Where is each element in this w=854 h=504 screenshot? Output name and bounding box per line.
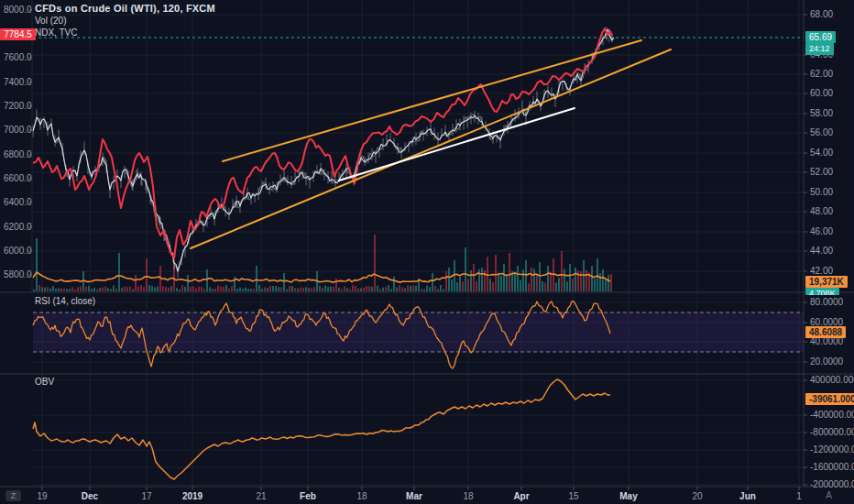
time-axis-label: Mar <box>403 491 425 501</box>
ndx-series <box>33 28 612 258</box>
rsi-axis-tick: 80.0000 <box>810 297 843 307</box>
left-axis-tick: 7000.0 <box>4 125 32 135</box>
obv-axis-tick: -1200000.0000 <box>810 444 854 455</box>
volume-ma-badge: 19,371K <box>805 276 848 288</box>
left-axis-tick: 6800.0 <box>4 149 32 159</box>
rsi-axis-tick: 20.0000 <box>810 356 843 367</box>
right-axis-tick: 44.00 <box>810 246 833 256</box>
time-axis-label: 15 <box>563 491 585 501</box>
right-axis-tick: 54.00 <box>810 148 833 158</box>
left-axis-tick: 6600.0 <box>4 173 32 183</box>
obv-axis-tick: -1600000.0000 <box>810 462 854 472</box>
volume-current-badge: 4.708K <box>805 288 839 295</box>
right-axis-tick: 56.00 <box>810 127 833 137</box>
time-axis-label: 19 <box>31 491 53 501</box>
time-axis-label: 17 <box>136 491 158 501</box>
left-axis-tick: 7400.0 <box>4 77 32 87</box>
left-axis-tick: 6200.0 <box>4 222 32 232</box>
right-axis-tick: 68.00 <box>810 9 833 19</box>
legend-volume[interactable]: Vol (20) <box>35 16 215 26</box>
symbol-title[interactable]: CFDs on Crude Oil (WTI), 120, FXCM <box>35 3 215 14</box>
obv-axis-tick: 400000.0000 <box>810 375 854 385</box>
time-axis-label: 18 <box>457 491 479 501</box>
left-axis-tick: 8000.0 <box>4 5 32 15</box>
time-axis-label: 2019 <box>181 491 203 501</box>
trendline-minor-support[interactable] <box>339 108 575 181</box>
right-axis-tick: 42.00 <box>810 266 833 276</box>
right-axis-tick: 58.00 <box>810 108 833 118</box>
trading-chart-window: CFDs on Crude Oil (WTI), 120, FXCM Vol (… <box>0 0 854 504</box>
right-axis-tick: 62.00 <box>810 69 833 79</box>
right-axis-tick: 46.00 <box>810 226 833 236</box>
rsi-pane-label[interactable]: RSI (14, close) <box>35 296 95 306</box>
left-axis-tick: 6400.0 <box>4 197 32 207</box>
time-axis-label: 18 <box>351 491 373 501</box>
time-axis-label: May <box>618 491 640 501</box>
rsi-band <box>33 312 804 352</box>
timezone-button[interactable]: Z <box>5 490 21 501</box>
right-axis-tick: 48.00 <box>810 206 833 216</box>
left-axis-tick: 6000.0 <box>4 246 32 256</box>
left-axis-tick: 7600.0 <box>4 52 32 62</box>
time-axis-label: Apr <box>510 491 532 501</box>
right-axis-tick: 52.00 <box>810 167 833 177</box>
bar-countdown-badge: 24:12 <box>805 43 834 55</box>
time-axis-label: 20 <box>686 491 708 501</box>
volume-bars <box>33 235 612 291</box>
trendline-channel-upper[interactable] <box>223 40 641 161</box>
axis-settings-corner[interactable]: A <box>804 487 854 504</box>
right-axis-tick: 50.00 <box>810 187 833 197</box>
rsi-value-badge: 48.6088 <box>805 326 846 338</box>
obv-pane-label[interactable]: OBV <box>35 377 54 387</box>
obv-axis-tick: -400000.0000 <box>810 410 854 420</box>
ndx-last-value-badge: 7784.5 <box>0 28 36 40</box>
obv-axis-tick: -800000.0000 <box>810 427 854 437</box>
left-axis-tick: 5800.0 <box>4 269 32 279</box>
time-axis-label: Feb <box>297 491 319 501</box>
time-axis-label: Dec <box>79 491 101 501</box>
time-axis-label: 21 <box>250 491 272 501</box>
time-axis-label: Jun <box>737 491 759 501</box>
obv-series <box>33 379 610 479</box>
obv-value-badge: -39061.0000 <box>805 393 854 405</box>
left-axis-tick: 7200.0 <box>4 101 32 111</box>
legend-compare[interactable]: NDX, TVC <box>35 27 215 38</box>
right-axis-tick: 60.00 <box>810 88 833 98</box>
last-price-badge: 65.69 <box>805 31 836 43</box>
wti-series <box>33 29 614 271</box>
chart-canvas[interactable] <box>0 0 854 504</box>
legend: CFDs on Crude Oil (WTI), 120, FXCM Vol (… <box>35 3 215 38</box>
